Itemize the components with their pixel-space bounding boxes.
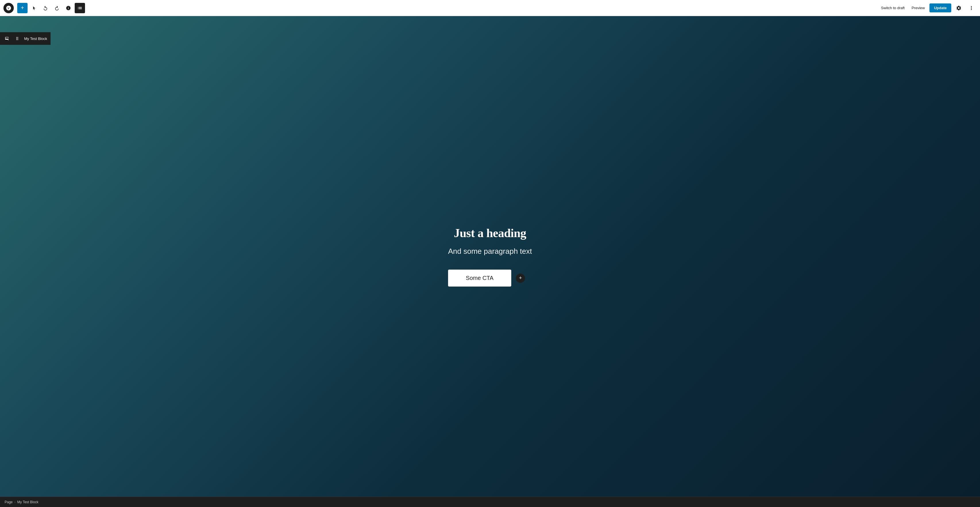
inline-add-block-button[interactable]: + <box>516 274 525 283</box>
switch-to-draft-button[interactable]: Switch to draft <box>878 4 907 12</box>
add-block-button[interactable]: + <box>17 3 27 13</box>
block-paragraph: And some paragraph text <box>448 247 532 256</box>
block-toolbar-overlay: My Test Block <box>0 32 51 45</box>
list-view-button[interactable] <box>75 3 85 13</box>
cta-button[interactable]: Some CTA <box>448 269 511 287</box>
block-comment-button[interactable] <box>2 34 11 43</box>
content-block: Just a heading And some paragraph text S… <box>448 226 532 287</box>
breadcrumb-page[interactable]: Page <box>5 500 13 504</box>
preview-button[interactable]: Preview <box>909 4 927 12</box>
wp-logo[interactable] <box>3 3 14 13</box>
info-button[interactable] <box>63 3 73 13</box>
main-toolbar: + Switch to draft Preview Update <box>0 0 980 16</box>
block-name-label: My Test Block <box>23 37 48 41</box>
select-tool-button[interactable] <box>29 3 39 13</box>
undo-button[interactable] <box>40 3 51 13</box>
block-drag-button[interactable] <box>13 34 22 43</box>
settings-button[interactable] <box>954 3 964 13</box>
breadcrumb-separator: › <box>14 500 16 504</box>
redo-button[interactable] <box>52 3 62 13</box>
toolbar-left-group: + <box>3 3 85 13</box>
block-heading: Just a heading <box>448 226 532 240</box>
update-button[interactable]: Update <box>929 3 951 12</box>
breadcrumb-current: My Test Block <box>17 500 38 504</box>
cta-wrapper: Some CTA + <box>448 269 532 287</box>
canvas-wrapper: My Test Block Just a heading And some pa… <box>0 16 980 497</box>
breadcrumb-bar: Page › My Test Block <box>0 497 980 507</box>
more-options-button[interactable] <box>966 3 977 13</box>
toolbar-right-group: Switch to draft Preview Update <box>878 3 977 13</box>
canvas[interactable]: Just a heading And some paragraph text S… <box>0 16 980 497</box>
